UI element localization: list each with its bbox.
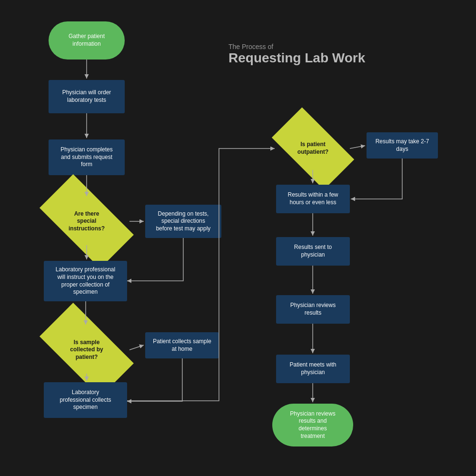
- special-directions-box: Depending on tests, special directions b…: [145, 205, 221, 238]
- sample-collected-label: Is sample collected by patient?: [70, 339, 103, 361]
- patient-collects-label: Patient collects sample at home: [153, 338, 211, 353]
- order-tests-label: Physician will order laboratory tests: [62, 89, 111, 104]
- outpatient-diamond: Is patient outpatient?: [276, 127, 350, 170]
- physician-reviews-label: Physician reviews results: [290, 302, 336, 317]
- patient-collects-box: Patient collects sample at home: [145, 332, 219, 358]
- title-area: The Process of Requesting Lab Work: [228, 43, 365, 66]
- final-label: Physician reviews results and determines…: [290, 410, 335, 440]
- gather-oval: Gather patient information: [49, 21, 125, 60]
- svg-line-9: [350, 146, 365, 149]
- sample-collected-diamond: Is sample collected by patient?: [44, 326, 129, 374]
- final-oval: Physician reviews results and determines…: [272, 404, 353, 446]
- lab-collects-label: Laboratory professional collects specime…: [60, 389, 111, 411]
- special-directions-label: Depending on tests, special directions b…: [156, 210, 211, 233]
- results-days-box: Results may take 2-7 days: [367, 132, 438, 159]
- order-tests-box: Physician will order laboratory tests: [49, 80, 125, 113]
- title-subtitle: The Process of: [228, 43, 365, 50]
- patient-meets-box: Patient meets with physician: [276, 355, 350, 383]
- outpatient-label: Is patient outpatient?: [298, 141, 328, 156]
- lab-collects-box: Laboratory professional collects specime…: [44, 382, 127, 418]
- svg-line-7: [129, 345, 144, 350]
- submit-form-label: Physician completes and submits request …: [60, 146, 112, 169]
- submit-form-box: Physician completes and submits request …: [49, 139, 125, 175]
- special-instructions-diamond: Are there special instructions?: [44, 198, 129, 245]
- gather-label: Gather patient information: [69, 33, 105, 48]
- results-hours-box: Results within a few hours or even less: [276, 185, 350, 213]
- results-hours-label: Results within a few hours or even less: [288, 191, 338, 206]
- physician-reviews-box: Physician reviews results: [276, 295, 350, 324]
- flowchart: The Process of Requesting Lab Work Gathe…: [0, 0, 476, 476]
- lab-instruct-box: Laboratory professional will instruct yo…: [44, 261, 127, 301]
- results-days-label: Results may take 2-7 days: [376, 138, 429, 153]
- title-main: Requesting Lab Work: [228, 50, 365, 66]
- results-sent-box: Results sent to physician: [276, 237, 350, 266]
- patient-meets-label: Patient meets with physician: [289, 361, 336, 376]
- results-sent-label: Results sent to physician: [294, 244, 332, 258]
- special-instructions-label: Are there special instructions?: [69, 210, 105, 233]
- lab-instruct-label: Laboratory professional will instruct yo…: [56, 266, 115, 296]
